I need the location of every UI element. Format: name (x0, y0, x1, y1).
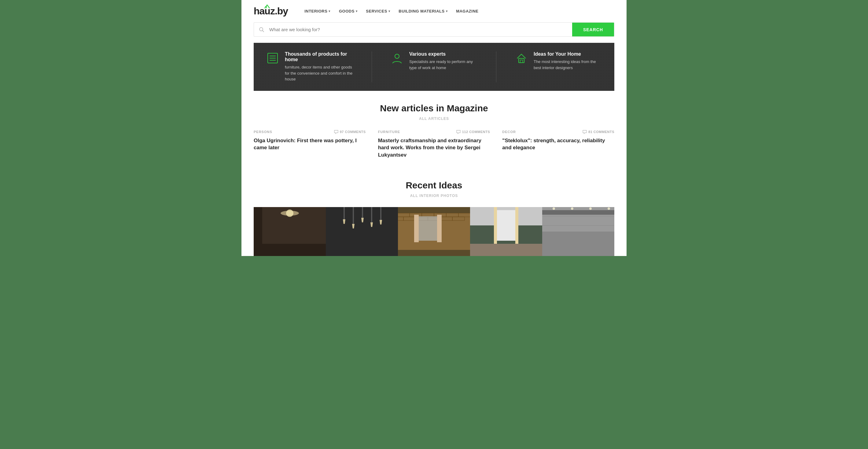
home-icon (515, 51, 528, 65)
all-articles-link[interactable]: ALL ARTICLES (254, 117, 614, 121)
svg-rect-17 (362, 207, 363, 218)
main-nav: INTERIORS ▾ GOODS ▾ SERVICES ▾ BUILDING … (300, 6, 483, 16)
photo-5[interactable] (542, 207, 614, 256)
banner-divider-2 (496, 51, 496, 82)
comment-icon-3 (583, 130, 587, 134)
svg-rect-8 (520, 60, 523, 63)
photo-3[interactable] (398, 207, 470, 256)
svg-point-54 (571, 207, 574, 210)
all-photos-link[interactable]: ALL INTERIOR PHOTOS (254, 193, 614, 198)
list-icon (266, 51, 279, 65)
article-meta-3: DECOR 81 COMMENTS (502, 130, 614, 134)
svg-rect-7 (519, 58, 524, 63)
svg-point-6 (395, 54, 399, 58)
svg-point-55 (589, 207, 592, 210)
article-title-1[interactable]: Olga Ugrinovich: First there was pottery… (254, 137, 366, 152)
photo-4[interactable] (470, 207, 542, 256)
banner-item-ideas: Ideas for Your Home The most interesting… (515, 51, 602, 71)
features-banner: Thousands of products for home furniture… (254, 43, 614, 91)
banner-item-experts: Various experts Specialists are ready to… (390, 51, 478, 71)
magazine-section-title: New articles in Magazine (254, 103, 614, 114)
nav-services[interactable]: SERVICES ▾ (362, 6, 394, 16)
search-bar: SEARCH (254, 22, 614, 37)
article-meta-1: PERSONS 97 COMMENTS (254, 130, 366, 134)
comment-icon (334, 130, 338, 134)
search-icon (254, 23, 269, 36)
svg-rect-47 (470, 244, 542, 256)
svg-rect-15 (344, 207, 345, 219)
recent-ideas-title: Recent Ideas (254, 180, 614, 190)
recent-ideas-section: Recent Ideas ALL INTERIOR PHOTOS (242, 168, 626, 256)
article-category-2: FURNITURE (378, 130, 400, 134)
chevron-down-icon: ▾ (329, 9, 331, 13)
svg-rect-52 (542, 210, 614, 215)
nav-goods[interactable]: GOODS ▾ (335, 6, 362, 16)
svg-point-56 (608, 207, 610, 210)
svg-rect-16 (353, 207, 354, 224)
svg-rect-41 (437, 215, 442, 242)
banner-text-products: Thousands of products for home furniture… (285, 51, 353, 82)
photo-1[interactable] (254, 207, 326, 256)
photos-strip (242, 207, 626, 256)
svg-rect-39 (416, 216, 440, 241)
header: hauz.by INTERIORS ▾ GOODS ▾ SERVICES ▾ B… (242, 0, 626, 22)
svg-line-1 (262, 30, 264, 32)
chevron-down-icon: ▾ (446, 9, 448, 13)
svg-rect-18 (371, 207, 372, 222)
nav-building-materials[interactable]: BUILDING MATERIALS ▾ (394, 6, 452, 16)
article-card-3: DECOR 81 COMMENTS "Steklolux": strength,… (502, 130, 614, 159)
banner-text-ideas: Ideas for Your Home The most interesting… (534, 51, 602, 71)
nav-magazine[interactable]: MAGAZINE (452, 6, 483, 16)
article-comments-2: 112 COMMENTS (456, 130, 490, 134)
svg-point-11 (286, 210, 293, 217)
article-card-1: PERSONS 97 COMMENTS Olga Ugrinovich: Fir… (254, 130, 366, 159)
article-card-2: FURNITURE 112 COMMENTS Masterly craftsma… (378, 130, 490, 159)
article-category-1: PERSONS (254, 130, 272, 134)
banner-divider (372, 51, 372, 82)
article-comments-3: 81 COMMENTS (583, 130, 614, 134)
banner-text-experts: Various experts Specialists are ready to… (409, 51, 478, 71)
svg-rect-44 (494, 210, 518, 241)
articles-grid: PERSONS 97 COMMENTS Olga Ugrinovich: Fir… (254, 130, 614, 168)
photo-2[interactable] (326, 207, 398, 256)
article-title-3[interactable]: "Steklolux": strength, accuracy, reliabi… (502, 137, 614, 152)
chevron-down-icon: ▾ (356, 9, 358, 13)
banner-item-products: Thousands of products for home furniture… (266, 51, 353, 82)
svg-rect-13 (254, 207, 262, 256)
logo[interactable]: hauz.by (254, 5, 288, 17)
svg-rect-12 (254, 244, 326, 256)
svg-rect-19 (380, 207, 381, 220)
svg-rect-40 (414, 215, 419, 242)
search-input[interactable] (269, 23, 572, 36)
logo-icon (263, 4, 271, 8)
article-meta-2: FURNITURE 112 COMMENTS (378, 130, 490, 134)
article-category-3: DECOR (502, 130, 516, 134)
person-icon (390, 51, 404, 65)
magazine-section: New articles in Magazine ALL ARTICLES PE… (242, 91, 626, 168)
search-button[interactable]: SEARCH (572, 23, 614, 36)
chevron-down-icon: ▾ (389, 9, 390, 13)
article-comments-1: 97 COMMENTS (334, 130, 366, 134)
comment-icon-2 (456, 130, 461, 134)
nav-interiors[interactable]: INTERIORS ▾ (300, 6, 335, 16)
svg-point-53 (553, 207, 555, 210)
article-title-2[interactable]: Masterly craftsmanship and extraordinary… (378, 137, 490, 159)
